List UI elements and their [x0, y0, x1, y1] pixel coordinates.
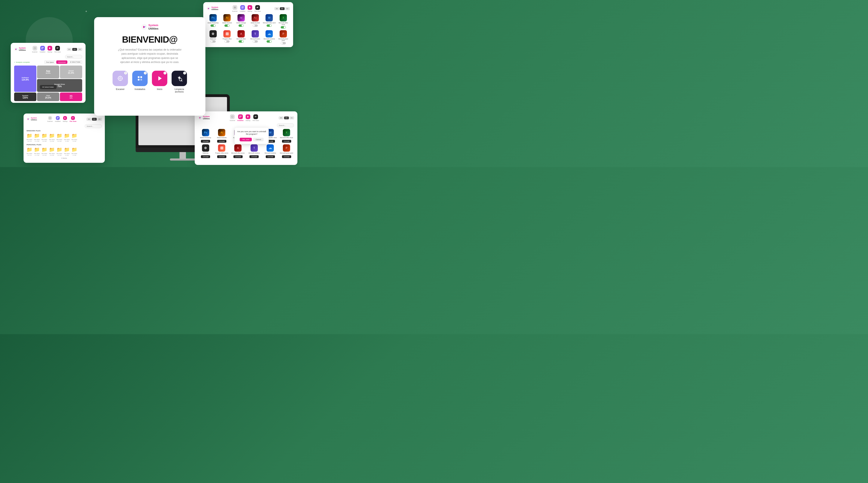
- scanner-lang-en2[interactable]: EN: [72, 48, 77, 51]
- br-office365-icon[interactable]: ⊞: [218, 144, 225, 152]
- fc-startup-tab[interactable]: Startup: [63, 116, 68, 122]
- br-ppnt-icon[interactable]: P: [283, 144, 290, 152]
- lang-en-btn[interactable]: EN: [275, 7, 279, 10]
- br-scanner-tab[interactable]: Scanner: [229, 114, 235, 121]
- br-ppnt-uninstall-btn[interactable]: Uninstall: [282, 155, 291, 158]
- scanner-lang-es[interactable]: ES: [78, 48, 82, 51]
- personal-folder-name-5: File name: [57, 153, 62, 154]
- acrobat-icon[interactable]: Ac: [252, 14, 259, 22]
- teams-icon[interactable]: T: [252, 30, 259, 37]
- fc-installed-tab[interactable]: Installed: [55, 116, 61, 122]
- br-lang-en2[interactable]: EN: [284, 116, 289, 119]
- br-ps-icon[interactable]: Ps: [202, 129, 209, 136]
- tab-installed-sm[interactable]: Installed: [240, 5, 245, 12]
- br-mainte-uninstall-btn[interactable]: Uninstall: [201, 155, 210, 158]
- ps-toggle[interactable]: [211, 24, 216, 27]
- svg-rect-8: [141, 76, 142, 78]
- instalados-info-dot[interactable]: i: [144, 72, 147, 75]
- ai-icon[interactable]: Ai: [223, 14, 230, 22]
- fc-search-input[interactable]: [85, 124, 102, 128]
- tab-scanner-sm[interactable]: Scanner: [232, 5, 238, 12]
- inicio-info-dot[interactable]: i: [163, 72, 166, 75]
- modal-confirm-btn[interactable]: Yes, sure: [240, 138, 252, 141]
- scanner-lang-en1[interactable]: EN: [67, 48, 72, 51]
- scanner-search-input[interactable]: [65, 55, 82, 59]
- fc-scanner-tab[interactable]: Scanner: [47, 116, 53, 122]
- id-icon[interactable]: Id: [238, 14, 245, 22]
- br-office365-uninstall-btn[interactable]: Uninstall: [217, 155, 226, 158]
- fileclean-tab2-label: File clean: [54, 51, 61, 53]
- select-folder-center-btn[interactable]: ⊕ Select folder: [40, 85, 57, 89]
- br-startup-tab[interactable]: Startup: [246, 114, 251, 121]
- fc-fileclean-tab[interactable]: File clean: [69, 116, 76, 122]
- excel-toggle[interactable]: [281, 26, 286, 28]
- onedrive-icon[interactable]: ☁: [266, 30, 273, 37]
- access-icon[interactable]: A: [238, 30, 245, 37]
- modal-cancel-btn[interactable]: Cancel: [253, 138, 264, 141]
- br-ai-icon[interactable]: Ai: [218, 129, 225, 136]
- analysis-complete-label: ✓ Analysis complete: [14, 61, 30, 63]
- tab-fileclean-sm[interactable]: File clean: [254, 5, 261, 12]
- onedrive-toggle[interactable]: [267, 40, 272, 42]
- select-folder-top-btn[interactable]: ⊕ Select Folder: [68, 60, 82, 64]
- ai-toggle[interactable]: [224, 24, 229, 27]
- instalados-button[interactable]: i: [132, 71, 148, 86]
- br-teams-uninstall-btn[interactable]: Uninstall: [249, 155, 259, 158]
- br-onedrive-icon[interactable]: ☁: [267, 144, 274, 152]
- inicio-button[interactable]: i: [152, 71, 167, 86]
- br-fileclean-icon: [253, 114, 258, 119]
- ps-icon[interactable]: Ps: [210, 14, 217, 22]
- access-toggle[interactable]: [239, 40, 244, 42]
- ppnt-icon[interactable]: P: [280, 30, 287, 37]
- br-excel-uninstall-btn[interactable]: Uninstall: [282, 140, 291, 143]
- br-installed-tab[interactable]: Installed: [237, 114, 243, 121]
- folder-icon-4: 📁: [49, 133, 55, 139]
- lang-en-active-btn[interactable]: EN: [280, 7, 284, 10]
- word-icon[interactable]: W: [266, 14, 273, 22]
- br-lang-es[interactable]: ES: [289, 116, 294, 119]
- apps-pct: 23.5%: [46, 72, 51, 74]
- escaner-button[interactable]: i: [113, 71, 128, 86]
- app-item-id: Id Adobe Indesign: [235, 14, 248, 28]
- br-logo: System Utilities: [198, 116, 210, 120]
- scanner-tab-installed[interactable]: Installed: [40, 46, 45, 53]
- free-space-btn[interactable]: Free Space: [44, 60, 55, 64]
- br-ai-uninstall-btn[interactable]: Uninstall: [217, 140, 226, 143]
- br-excel-icon[interactable]: X: [283, 129, 290, 136]
- fc-inst-svg: [57, 117, 59, 119]
- teams-toggle[interactable]: [253, 40, 258, 42]
- id-toggle[interactable]: [239, 24, 244, 27]
- mainte-toggle[interactable]: [211, 40, 216, 42]
- fc-lang-en2[interactable]: EN: [92, 118, 97, 121]
- word-toggle[interactable]: [267, 24, 272, 27]
- br-ps-uninstall-btn[interactable]: Uninstall: [201, 140, 210, 143]
- mainte-icon[interactable]: ⚙: [210, 30, 217, 37]
- br-lang-en1[interactable]: EN: [279, 116, 283, 119]
- excel-icon[interactable]: X: [280, 14, 287, 22]
- escaner-info-dot[interactable]: i: [124, 72, 127, 75]
- unscanned-btn[interactable]: Unscanned: [56, 60, 67, 64]
- br-access-uninstall-btn[interactable]: Uninstall: [234, 155, 243, 158]
- office365-icon[interactable]: ⊞: [223, 30, 230, 37]
- scanner-tab-fileclean[interactable]: File clean: [54, 46, 61, 53]
- office365-toggle[interactable]: [224, 40, 229, 42]
- ppnt-toggle[interactable]: [281, 42, 286, 44]
- br-inst-svg: [239, 115, 242, 118]
- fc-lang-en1[interactable]: EN: [87, 118, 91, 121]
- lang-es-btn[interactable]: ES: [285, 7, 290, 10]
- br-fileclean-tab[interactable]: File clean: [252, 114, 259, 121]
- limpieza-button[interactable]: i: [172, 71, 187, 86]
- scanner-tab-scanner[interactable]: Scanner: [32, 46, 38, 53]
- br-access-icon[interactable]: A: [234, 144, 242, 152]
- tab-startup-sm[interactable]: Startup: [248, 5, 252, 12]
- folder-size-4: 120 MB: [50, 141, 54, 142]
- limpieza-info-dot[interactable]: i: [183, 72, 186, 75]
- br-search-input[interactable]: [277, 123, 294, 127]
- acrobat-toggle[interactable]: [253, 24, 258, 27]
- br-teams-icon[interactable]: T: [251, 144, 258, 152]
- logo-icon: [141, 24, 147, 30]
- fc-lang-es[interactable]: ES: [97, 118, 102, 121]
- br-onedrive-uninstall-btn[interactable]: Uninstall: [266, 155, 275, 158]
- br-mainte-icon[interactable]: ⚙: [202, 144, 209, 152]
- scanner-tab-startup[interactable]: Startup: [48, 46, 53, 53]
